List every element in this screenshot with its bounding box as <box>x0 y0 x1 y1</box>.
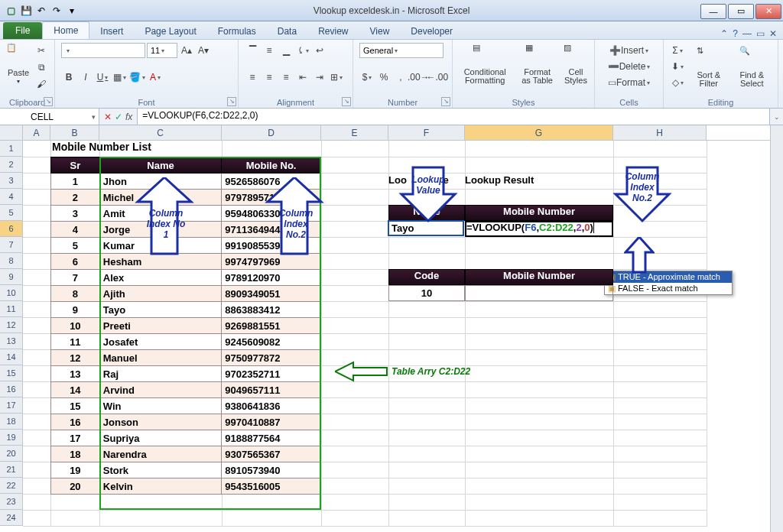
row-header-18[interactable]: 18 <box>0 414 23 430</box>
table-row[interactable]: 8Ajith8909349051 <box>51 286 321 302</box>
accounting-icon[interactable]: $ <box>359 70 375 85</box>
row-header-19[interactable]: 19 <box>0 430 23 446</box>
percent-icon[interactable]: % <box>376 70 392 85</box>
col-header-D[interactable]: D <box>222 125 321 140</box>
align-left-icon[interactable]: ≡ <box>245 70 260 85</box>
insert-cells-button[interactable]: ➕ Insert <box>601 43 657 58</box>
worksheet[interactable]: A B C D E F G H 123456789101112131415161… <box>0 125 770 532</box>
clear-icon[interactable]: ◇ <box>670 75 685 90</box>
row-header-5[interactable]: 5 <box>0 205 23 221</box>
formula-input[interactable]: =VLOOKUP(F6,C2:D22,2,0) <box>137 109 769 125</box>
dec-indent-icon[interactable]: ⇤ <box>295 70 310 85</box>
table-row[interactable]: 14Arvind9049657111 <box>51 382 321 398</box>
minimize-button[interactable]: — <box>700 4 726 19</box>
tab-file[interactable]: File <box>3 22 42 39</box>
sort-filter-button[interactable]: ⇅Sort & Filter <box>691 46 726 88</box>
align-bottom-icon[interactable]: ▁ <box>278 43 294 58</box>
workbook-close-icon[interactable]: ✕ <box>769 28 777 39</box>
align-middle-icon[interactable]: ≡ <box>262 43 277 58</box>
number-dialog-icon[interactable]: ↘ <box>441 97 450 106</box>
font-size-combo[interactable]: 11 <box>147 43 177 58</box>
delete-cells-button[interactable]: ➖ Delete <box>601 59 657 74</box>
row-header-17[interactable]: 17 <box>0 397 23 414</box>
cells-area[interactable]: Mobile Number List Sr Name Mobile No. 1J… <box>23 141 770 526</box>
tab-home[interactable]: Home <box>42 21 89 39</box>
ribbon-minimize-icon[interactable]: ⌃ <box>720 28 728 39</box>
format-as-table-button[interactable]: ▦Format as Table <box>518 43 556 85</box>
align-center-icon[interactable]: ≡ <box>262 70 277 85</box>
copy-icon[interactable]: ⧉ <box>34 60 49 75</box>
tab-data[interactable]: Data <box>267 23 307 39</box>
align-right-icon[interactable]: ≡ <box>278 70 294 85</box>
shrink-font-icon[interactable]: A▾ <box>196 43 211 58</box>
dec-decimal-icon[interactable]: ←.00 <box>429 70 447 85</box>
col-header-E[interactable]: E <box>321 125 388 140</box>
align-top-icon[interactable]: ▔ <box>245 43 260 58</box>
row-header-8[interactable]: 8 <box>0 253 23 269</box>
table-row[interactable]: 9Tayo8863883412 <box>51 302 321 318</box>
paste-button[interactable]: 📋 Paste▾ <box>6 43 31 85</box>
format-cells-button[interactable]: ▭ Format <box>601 75 657 90</box>
tab-developer[interactable]: Developer <box>400 23 463 39</box>
find-select-button[interactable]: 🔍Find & Select <box>733 46 772 88</box>
borders-icon[interactable]: ▦ <box>112 70 127 85</box>
table-row[interactable]: 1Jhon9526586076 <box>51 174 321 190</box>
table-row[interactable]: 2Michel9797895714 <box>51 190 321 206</box>
tab-page-layout[interactable]: Page Layout <box>134 23 206 39</box>
tab-view[interactable]: View <box>359 23 401 39</box>
col-header-H[interactable]: H <box>613 125 707 140</box>
cell-F10[interactable]: 10 <box>388 285 465 301</box>
table-row[interactable]: 17Supriya9188877564 <box>51 430 321 446</box>
tab-formulas[interactable]: Formulas <box>207 23 267 39</box>
row-header-23[interactable]: 23 <box>0 494 23 510</box>
workbook-minimize-icon[interactable]: — <box>742 28 752 39</box>
orientation-icon[interactable]: ⤹ <box>295 43 310 58</box>
tab-insert[interactable]: Insert <box>89 23 134 39</box>
cut-icon[interactable]: ✂ <box>34 43 49 58</box>
row-header-13[interactable]: 13 <box>0 333 23 349</box>
table-row[interactable]: 16Jonson9970410887 <box>51 414 321 430</box>
table-row[interactable]: 18Narendra9307565367 <box>51 446 321 462</box>
save-icon[interactable]: 💾 <box>20 5 32 17</box>
row-header-3[interactable]: 3 <box>0 173 23 189</box>
fx-icon[interactable]: fx <box>125 112 132 122</box>
grow-font-icon[interactable]: A▴ <box>179 43 194 58</box>
vertical-scrollbar[interactable] <box>770 125 783 532</box>
cell-F6[interactable]: Tayo <box>388 220 464 236</box>
table-row[interactable]: 4Jorge9711364944 <box>51 222 321 238</box>
row-header-11[interactable]: 11 <box>0 301 23 317</box>
maximize-button[interactable]: ▭ <box>728 4 754 19</box>
merge-icon[interactable]: ⊞ <box>329 70 344 85</box>
col-header-B[interactable]: B <box>50 125 99 140</box>
font-color-icon[interactable]: A <box>148 70 163 85</box>
cancel-formula-icon[interactable]: ✕ <box>104 112 112 122</box>
help-icon[interactable]: ? <box>733 28 738 39</box>
table-row[interactable]: 19Stork8910573940 <box>51 462 321 478</box>
font-name-combo[interactable] <box>61 43 145 58</box>
format-painter-icon[interactable]: 🖌 <box>34 76 49 92</box>
row-header-1[interactable]: 1 <box>0 141 23 157</box>
table-row[interactable]: 7Alex9789120970 <box>51 270 321 286</box>
redo-icon[interactable]: ↷ <box>50 5 63 17</box>
row-header-9[interactable]: 9 <box>0 269 23 285</box>
table-row[interactable]: 12Manuel9750977872 <box>51 350 321 366</box>
conditional-formatting-button[interactable]: ▤Conditional Formatting <box>459 43 511 85</box>
row-header-20[interactable]: 20 <box>0 446 23 462</box>
table-row[interactable]: 13Raj9702352711 <box>51 366 321 382</box>
table-row[interactable]: 20Kelvin9543516005 <box>51 478 321 495</box>
col-header-G[interactable]: G <box>465 125 613 140</box>
table-row[interactable]: 10Preeti9269881551 <box>51 318 321 334</box>
row-header-10[interactable]: 10 <box>0 285 23 301</box>
select-all-corner[interactable] <box>0 125 23 140</box>
cell-G6-formula[interactable]: =VLOOKUP(F6,C2:D22,2,0) <box>465 221 641 235</box>
row-header-12[interactable]: 12 <box>0 317 23 333</box>
row-header-4[interactable]: 4 <box>0 189 23 205</box>
alignment-dialog-icon[interactable]: ↘ <box>342 97 351 106</box>
table-row[interactable]: 15Win9380641836 <box>51 398 321 414</box>
row-header-16[interactable]: 16 <box>0 381 23 397</box>
row-header-6[interactable]: 6 <box>0 221 23 237</box>
col-header-F[interactable]: F <box>388 125 465 140</box>
cell-G10[interactable] <box>465 285 613 301</box>
comma-icon[interactable]: , <box>393 70 408 85</box>
fill-color-icon[interactable]: 🪣 <box>128 70 146 85</box>
